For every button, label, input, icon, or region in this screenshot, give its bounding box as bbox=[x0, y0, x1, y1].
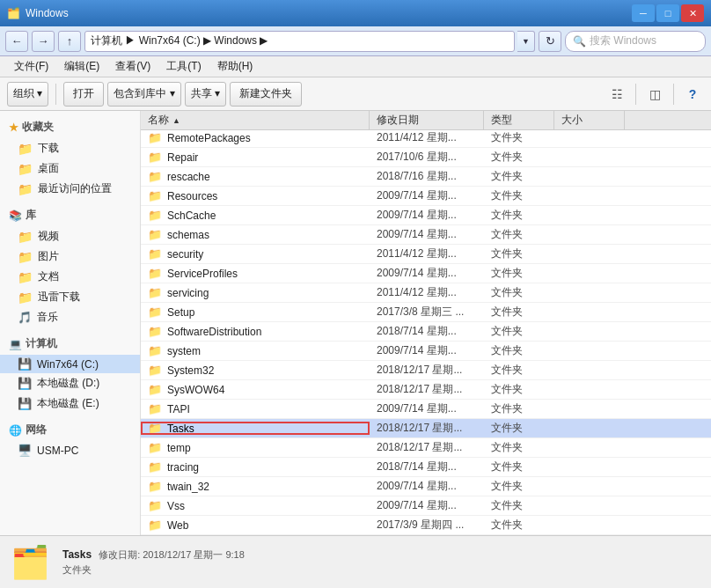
table-row[interactable]: 📁Tasks2018/12/17 星期...文件夹 bbox=[141, 419, 711, 438]
file-name-cell: 📁Web bbox=[141, 518, 370, 532]
file-name-cell: 📁temp bbox=[141, 441, 370, 454]
maximize-button[interactable]: □ bbox=[656, 4, 679, 22]
file-name-label: SoftwareDistribution bbox=[167, 326, 261, 338]
menu-edit[interactable]: 编辑(E) bbox=[57, 57, 106, 76]
toolbar-separator-2 bbox=[635, 84, 636, 105]
table-row[interactable]: 📁SysWOW642018/12/17 星期...文件夹 bbox=[141, 380, 711, 400]
file-type-cell: 文件夹 bbox=[484, 285, 554, 300]
address-path[interactable]: 计算机 ▶ Win7x64 (C:) ▶ Windows ▶ bbox=[84, 31, 515, 52]
folder-icon: 📁 bbox=[148, 518, 162, 532]
music-icon: 🎵 bbox=[18, 311, 32, 324]
share-button[interactable]: 共享 ▾ bbox=[185, 82, 226, 107]
sidebar-computer-section: 💻 计算机 💾 Win7x64 (C:) 💾 本地磁盘 (D:) 💾 本地磁盘 … bbox=[0, 333, 140, 414]
sidebar-favorites-section: ★ 收藏夹 📁 下载 📁 桌面 📁 最近访问的位置 bbox=[0, 116, 140, 199]
address-dropdown[interactable]: ▼ bbox=[517, 31, 535, 52]
search-box[interactable]: 🔍 搜索 Windows bbox=[565, 31, 706, 52]
file-type-cell: 文件夹 bbox=[484, 401, 554, 416]
file-type-cell: 文件夹 bbox=[484, 169, 554, 184]
col-header-name[interactable]: 名称 ▲ bbox=[141, 111, 370, 129]
file-type-cell: 文件夹 bbox=[484, 363, 554, 378]
table-row[interactable]: 📁TAPI2009/7/14 星期...文件夹 bbox=[141, 400, 711, 419]
sidebar-item-drive-e[interactable]: 💾 本地磁盘 (E:) bbox=[0, 393, 140, 414]
table-row[interactable]: 📁schemas2009/7/14 星期...文件夹 bbox=[141, 225, 711, 245]
sidebar-item-desktop[interactable]: 📁 桌面 bbox=[0, 158, 140, 179]
table-row[interactable]: 📁Vss2009/7/14 星期...文件夹 bbox=[141, 496, 711, 516]
table-row[interactable]: 📁tracing2018/7/14 星期...文件夹 bbox=[141, 458, 711, 477]
folder-icon: 📁 bbox=[18, 142, 33, 156]
file-date-cell: 2011/4/12 星期... bbox=[370, 246, 484, 261]
toolbar: 组织 ▾ 打开 包含到库中 ▾ 共享 ▾ 新建文件夹 ☷ ◫ ? bbox=[0, 77, 711, 111]
status-folder-icon: 🗂️ bbox=[11, 544, 50, 581]
sidebar-item-recent[interactable]: 📁 最近访问的位置 bbox=[0, 179, 140, 199]
minimize-button[interactable]: ─ bbox=[632, 4, 655, 22]
sidebar-item-downloads[interactable]: 📁 下载 bbox=[0, 138, 140, 158]
sort-arrow: ▲ bbox=[172, 116, 180, 125]
folder-icon: 📁 bbox=[148, 480, 162, 493]
file-name-label: TAPI bbox=[167, 403, 190, 415]
file-date-cell: 2009/7/14 星期... bbox=[370, 208, 484, 223]
menu-file[interactable]: 文件(F) bbox=[7, 57, 55, 76]
table-row[interactable]: 📁Web2017/3/9 星期四 ...文件夹 bbox=[141, 516, 711, 535]
sidebar-item-pictures[interactable]: 📁 图片 bbox=[0, 246, 140, 267]
window-title: Windows bbox=[26, 7, 69, 19]
sidebar-item-usm-pc[interactable]: 🖥️ USM-PC bbox=[0, 441, 140, 459]
col-header-date[interactable]: 修改日期 bbox=[370, 111, 484, 129]
file-type-cell: 文件夹 bbox=[484, 188, 554, 203]
include-button[interactable]: 包含到库中 ▾ bbox=[107, 82, 180, 107]
close-button[interactable]: ✕ bbox=[681, 4, 704, 22]
table-row[interactable]: 📁rescache2018/7/16 星期...文件夹 bbox=[141, 167, 711, 187]
file-date-cell: 2009/7/14 星期... bbox=[370, 266, 484, 281]
file-name-cell: 📁twain_32 bbox=[141, 480, 370, 493]
folder-icon: 📁 bbox=[148, 499, 162, 512]
preview-button[interactable]: ◫ bbox=[643, 83, 666, 106]
table-row[interactable]: 📁system2009/7/14 星期...文件夹 bbox=[141, 342, 711, 361]
search-icon: 🔍 bbox=[573, 35, 586, 48]
table-row[interactable]: 📁Resources2009/7/14 星期...文件夹 bbox=[141, 187, 711, 206]
file-name-cell: 📁tracing bbox=[141, 460, 370, 474]
sidebar-item-win7x64[interactable]: 💾 Win7x64 (C:) bbox=[0, 355, 140, 373]
new-folder-button[interactable]: 新建文件夹 bbox=[230, 82, 302, 107]
sidebar-item-music[interactable]: 🎵 音乐 bbox=[0, 307, 140, 327]
file-name-label: system bbox=[167, 345, 201, 357]
folder-icon: 📁 bbox=[148, 209, 162, 222]
folder-icon: 📁 bbox=[148, 247, 162, 261]
table-row[interactable]: 📁Repair2017/10/6 星期...文件夹 bbox=[141, 148, 711, 167]
refresh-button[interactable]: ↻ bbox=[539, 31, 561, 52]
table-row[interactable]: 📁twain_322009/7/14 星期...文件夹 bbox=[141, 477, 711, 496]
forward-button[interactable]: → bbox=[32, 31, 55, 52]
file-type-cell: 文件夹 bbox=[484, 440, 554, 455]
table-row[interactable]: 📁System322018/12/17 星期...文件夹 bbox=[141, 361, 711, 380]
view-toggle-button[interactable]: ☷ bbox=[605, 83, 628, 106]
folder-icon: 📁 bbox=[148, 383, 162, 396]
sidebar-item-video[interactable]: 📁 视频 bbox=[0, 226, 140, 246]
table-row[interactable]: 📁ServiceProfiles2009/7/14 星期...文件夹 bbox=[141, 264, 711, 283]
table-row[interactable]: 📁servicing2011/4/12 星期...文件夹 bbox=[141, 283, 711, 303]
table-row[interactable]: 📁security2011/4/12 星期...文件夹 bbox=[141, 245, 711, 264]
col-header-size[interactable]: 大小 bbox=[554, 111, 625, 129]
table-row[interactable]: 📁RemotePackages2011/4/12 星期...文件夹 bbox=[141, 129, 711, 148]
drive-icon: 💾 bbox=[18, 397, 32, 410]
menu-help[interactable]: 帮助(H) bbox=[210, 57, 260, 76]
help-button[interactable]: ? bbox=[681, 83, 704, 106]
table-row[interactable]: 📁temp2018/12/17 星期...文件夹 bbox=[141, 438, 711, 458]
file-name-cell: 📁SysWOW64 bbox=[141, 383, 370, 396]
sidebar-item-documents[interactable]: 📁 文档 bbox=[0, 267, 140, 287]
organize-button[interactable]: 组织 ▾ bbox=[7, 82, 48, 107]
file-date-cell: 2017/3/8 星期三 ... bbox=[370, 305, 484, 320]
col-header-type[interactable]: 类型 bbox=[484, 111, 554, 129]
sidebar-item-thunder[interactable]: 📁 迅雷下载 bbox=[0, 287, 140, 307]
file-date-cell: 2009/7/14 星期... bbox=[370, 479, 484, 494]
file-date-cell: 2011/4/12 星期... bbox=[370, 130, 484, 145]
table-row[interactable]: 📁SoftwareDistribution2018/7/14 星期...文件夹 bbox=[141, 322, 711, 342]
file-list: 名称 ▲ 修改日期 类型 大小 📁Registration2009/7/14 星… bbox=[141, 111, 711, 535]
sidebar-item-drive-d[interactable]: 💾 本地磁盘 (D:) bbox=[0, 373, 140, 393]
up-button[interactable]: ↑ bbox=[58, 31, 81, 52]
open-button[interactable]: 打开 bbox=[63, 82, 104, 107]
menu-view[interactable]: 查看(V) bbox=[108, 57, 158, 76]
file-type-cell: 文件夹 bbox=[484, 208, 554, 223]
back-button[interactable]: ← bbox=[5, 31, 28, 52]
table-row[interactable]: 📁SchCache2009/7/14 星期...文件夹 bbox=[141, 206, 711, 225]
file-name-cell: 📁Vss bbox=[141, 499, 370, 512]
menu-tools[interactable]: 工具(T) bbox=[159, 57, 208, 76]
table-row[interactable]: 📁Setup2017/3/8 星期三 ...文件夹 bbox=[141, 303, 711, 322]
